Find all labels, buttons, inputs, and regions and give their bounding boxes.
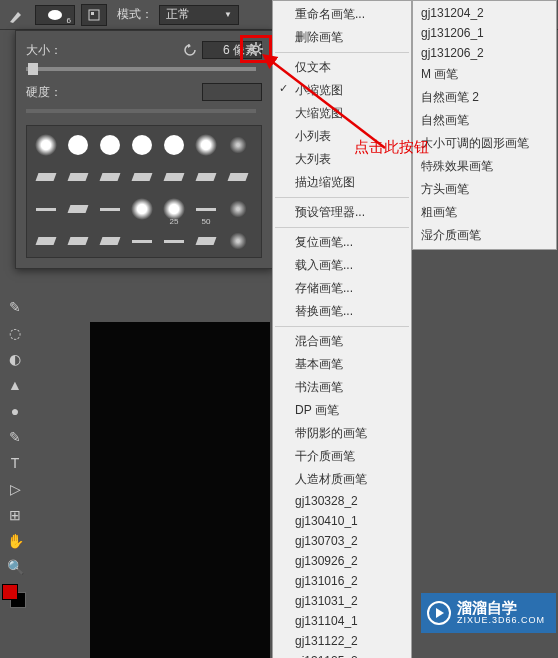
preset-item[interactable]: 特殊效果画笔	[413, 155, 556, 178]
menu-item[interactable]: DP 画笔	[273, 399, 411, 422]
brush-thumb[interactable]	[31, 226, 61, 256]
brush-thumb[interactable]	[95, 194, 125, 224]
tool-slot[interactable]: ◐	[0, 346, 30, 372]
brush-preset-preview[interactable]: 6	[35, 5, 75, 25]
hardness-label: 硬度：	[26, 84, 74, 101]
preset-item[interactable]: M 画笔	[413, 63, 556, 86]
brush-thumb[interactable]	[95, 226, 125, 256]
menu-item[interactable]: 替换画笔...	[273, 300, 411, 323]
brush-thumb[interactable]	[63, 226, 93, 256]
tool-slot[interactable]: ▷	[0, 476, 30, 502]
brush-thumb[interactable]	[191, 130, 221, 160]
tool-slot[interactable]: ●	[0, 398, 30, 424]
brush-thumb[interactable]	[191, 162, 221, 192]
svg-point-2	[253, 46, 259, 52]
color-swatches[interactable]	[2, 584, 26, 608]
preset-item[interactable]: 湿介质画笔	[413, 224, 556, 247]
menu-item[interactable]: gj131016_2	[273, 571, 411, 591]
gear-icon[interactable]	[246, 39, 266, 59]
preset-item[interactable]: 自然画笔	[413, 109, 556, 132]
menu-item[interactable]: 删除画笔	[273, 26, 411, 49]
menu-separator	[275, 52, 409, 53]
brush-thumb[interactable]	[95, 130, 125, 160]
brush-tool-icon[interactable]	[5, 3, 29, 27]
menu-item[interactable]: 人造材质画笔	[273, 468, 411, 491]
menu-item[interactable]: 书法画笔	[273, 376, 411, 399]
brush-thumb[interactable]	[223, 226, 253, 256]
tool-slot[interactable]: ◌	[0, 320, 30, 346]
brush-panel-toggle[interactable]	[81, 4, 107, 26]
menu-item[interactable]: 重命名画笔...	[273, 3, 411, 26]
brush-thumb[interactable]	[223, 162, 253, 192]
brush-thumb[interactable]: 25	[159, 194, 189, 224]
menu-item[interactable]: 基本画笔	[273, 353, 411, 376]
canvas[interactable]	[90, 322, 270, 658]
brush-thumb[interactable]	[31, 162, 61, 192]
menu-item[interactable]: 存储画笔...	[273, 277, 411, 300]
menu-item[interactable]: 仅文本	[273, 56, 411, 79]
brush-thumb[interactable]	[63, 162, 93, 192]
preset-item[interactable]: 粗画笔	[413, 201, 556, 224]
menu-item[interactable]: gj130328_2	[273, 491, 411, 511]
chevron-down-icon: ▼	[224, 10, 232, 19]
brush-thumb[interactable]	[95, 162, 125, 192]
brush-thumb[interactable]	[127, 130, 157, 160]
check-icon: ✓	[279, 82, 288, 95]
preset-item[interactable]: 方头画笔	[413, 178, 556, 201]
brush-thumb[interactable]	[127, 194, 157, 224]
menu-item[interactable]: gj131125_2	[273, 651, 411, 658]
brush-thumb[interactable]	[127, 226, 157, 256]
blend-mode-value: 正常	[166, 6, 190, 23]
brush-thumb[interactable]	[63, 194, 93, 224]
tool-slot[interactable]: 🔍	[0, 554, 30, 580]
menu-item[interactable]: 复位画笔...	[273, 231, 411, 254]
menu-item[interactable]: gj130410_1	[273, 511, 411, 531]
brush-thumb[interactable]	[223, 194, 253, 224]
menu-item[interactable]: 干介质画笔	[273, 445, 411, 468]
brush-thumb[interactable]	[223, 130, 253, 160]
preset-item[interactable]: 自然画笔 2	[413, 86, 556, 109]
menu-item[interactable]: 小列表	[273, 125, 411, 148]
tool-slot[interactable]: T	[0, 450, 30, 476]
size-slider[interactable]	[26, 67, 256, 71]
brush-thumb[interactable]	[31, 130, 61, 160]
brush-thumb[interactable]	[191, 226, 221, 256]
menu-separator	[275, 197, 409, 198]
tool-slot[interactable]: ⊞	[0, 502, 30, 528]
tool-slot[interactable]: ✎	[0, 424, 30, 450]
brush-thumb[interactable]	[127, 162, 157, 192]
tool-slot[interactable]: ▲	[0, 372, 30, 398]
preset-item[interactable]: gj131206_2	[413, 43, 556, 63]
reset-size-button[interactable]	[180, 41, 202, 59]
menu-item[interactable]: gj131031_2	[273, 591, 411, 611]
watermark-badge: 溜溜自学 ZIXUE.3D66.COM	[421, 593, 556, 633]
menu-item[interactable]: 预设管理器...	[273, 201, 411, 224]
watermark-title: 溜溜自学	[457, 600, 545, 617]
brush-thumb[interactable]	[159, 130, 189, 160]
brush-thumb[interactable]	[63, 130, 93, 160]
menu-item[interactable]: gj131104_1	[273, 611, 411, 631]
brush-thumb[interactable]	[31, 194, 61, 224]
preset-item[interactable]: 大小可调的圆形画笔	[413, 132, 556, 155]
hardness-input[interactable]	[202, 83, 262, 101]
menu-item[interactable]: 混合画笔	[273, 330, 411, 353]
menu-item[interactable]: gj130926_2	[273, 551, 411, 571]
svg-line-10	[259, 44, 261, 46]
menu-item[interactable]: gj131122_2	[273, 631, 411, 651]
brush-thumb[interactable]	[159, 162, 189, 192]
preset-item[interactable]: gj131204_2	[413, 3, 556, 23]
menu-item[interactable]: gj130703_2	[273, 531, 411, 551]
menu-item[interactable]: 描边缩览图	[273, 171, 411, 194]
menu-item[interactable]: 大缩览图	[273, 102, 411, 125]
tool-slot[interactable]: ✋	[0, 528, 30, 554]
menu-item[interactable]: 小缩览图✓	[273, 79, 411, 102]
blend-mode-select[interactable]: 正常 ▼	[159, 5, 239, 25]
brush-thumb[interactable]: 50	[191, 194, 221, 224]
menu-item[interactable]: 载入画笔...	[273, 254, 411, 277]
tool-slot[interactable]: ✎	[0, 294, 30, 320]
menu-item[interactable]: 带阴影的画笔	[273, 422, 411, 445]
hardness-slider[interactable]	[26, 109, 256, 113]
menu-item[interactable]: 大列表	[273, 148, 411, 171]
brush-thumb[interactable]	[159, 226, 189, 256]
preset-item[interactable]: gj131206_1	[413, 23, 556, 43]
